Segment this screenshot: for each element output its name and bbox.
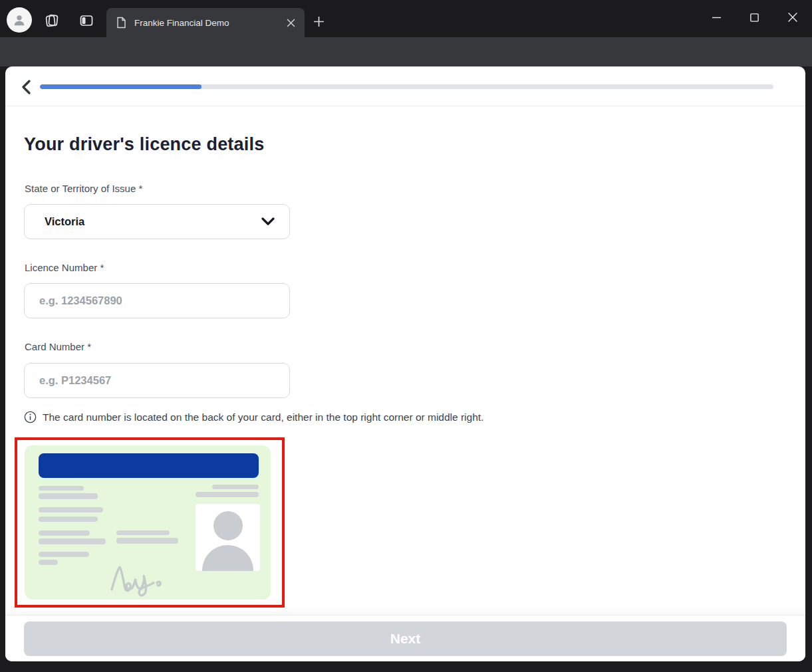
- licence-card-text-line: [39, 486, 84, 491]
- licence-card-text-line: [39, 560, 58, 565]
- window-minimize-button[interactable]: [701, 0, 732, 35]
- licence-card-highlight-box: [15, 437, 285, 608]
- licence-card-text-line: [39, 507, 103, 512]
- browser-window: Frankie Financial Demo: [0, 0, 812, 672]
- tab-title: Frankie Financial Demo: [134, 18, 287, 28]
- new-tab-button[interactable]: [311, 14, 326, 29]
- licence-card-text-line: [39, 552, 89, 557]
- photo-person-shoulders: [202, 545, 253, 571]
- licence-field-label: Licence Number *: [25, 262, 104, 273]
- licence-number-input[interactable]: [24, 283, 290, 318]
- licence-card-text-line: [116, 538, 178, 544]
- info-icon: [24, 411, 37, 423]
- progress-bar: [40, 84, 773, 89]
- close-icon: [788, 13, 797, 22]
- licence-card-text-line: [39, 493, 98, 499]
- page-content: Your driver's licence details State or T…: [5, 66, 805, 661]
- wizard-back-button[interactable]: [16, 78, 36, 96]
- profile-button[interactable]: [7, 7, 32, 33]
- card-number-hint: The card number is located on the back o…: [24, 410, 556, 424]
- chevron-left-icon: [20, 79, 32, 95]
- plus-icon: [313, 16, 325, 27]
- progress-fill: [40, 84, 202, 89]
- licence-card-illustration: [25, 445, 271, 600]
- tab-actions-button[interactable]: [77, 11, 96, 30]
- wizard-header: [5, 66, 805, 106]
- workspaces-icon: [44, 13, 60, 29]
- licence-card-header-bar: [39, 453, 259, 478]
- window-maximize-button[interactable]: [739, 0, 769, 35]
- card-number-hint-text: The card number is located on the back o…: [43, 410, 483, 424]
- licence-card-text-line: [196, 492, 259, 497]
- page-favicon-icon: [116, 17, 126, 29]
- next-button[interactable]: Next: [24, 621, 787, 656]
- licence-card-text-line: [116, 530, 170, 535]
- wizard-footer: Next: [5, 615, 805, 661]
- page-title: Your driver's licence details: [24, 134, 264, 155]
- browser-tab[interactable]: Frankie Financial Demo: [106, 8, 305, 37]
- signature-scribble-icon: [110, 562, 173, 597]
- state-select[interactable]: Victoria: [24, 204, 290, 239]
- licence-card-photo: [196, 504, 260, 571]
- maximize-icon: [750, 13, 759, 22]
- state-field-label: State or Territory of Issue *: [25, 183, 142, 194]
- chevron-down-icon: [261, 217, 275, 226]
- tab-close-icon[interactable]: [287, 19, 295, 27]
- workspaces-button[interactable]: [43, 11, 61, 30]
- licence-card-text-line: [39, 530, 90, 536]
- licence-card-text-line: [39, 516, 98, 522]
- state-select-value: Victoria: [45, 215, 261, 228]
- browser-titlebar: Frankie Financial Demo: [0, 0, 812, 37]
- user-avatar-icon: [12, 13, 27, 27]
- card-number-input[interactable]: [24, 363, 290, 398]
- browser-toolbar: https://widget.latest.frankiefina... A: [0, 37, 812, 66]
- photo-person-head: [213, 511, 243, 540]
- window-close-button[interactable]: [777, 0, 808, 35]
- card-field-label: Card Number *: [25, 341, 91, 352]
- vertical-tabs-icon: [78, 13, 94, 29]
- minimize-icon: [712, 13, 721, 22]
- licence-card-text-line: [39, 538, 106, 544]
- licence-card-text-line: [212, 485, 259, 489]
